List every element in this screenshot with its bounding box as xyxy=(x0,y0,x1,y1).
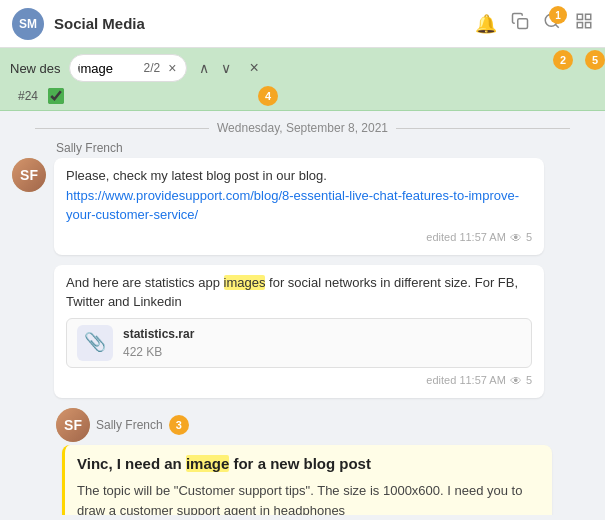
find-nav-buttons: ∧ ∨ xyxy=(195,58,235,78)
highlight-images: images xyxy=(224,275,266,290)
avatar-1: SF xyxy=(12,158,46,192)
bubble-1: Please, check my latest blog post in our… xyxy=(54,158,544,255)
sender-name-3: Sally French xyxy=(96,418,163,432)
msg-meta-2: edited 11:57 AM 👁 5 xyxy=(66,372,532,390)
find-input[interactable] xyxy=(78,61,138,76)
bubble-3-title: Vinc, I need an image for a new blog pos… xyxy=(77,453,540,476)
msg-meta-1: edited 11:57 AM 👁 5 xyxy=(66,229,532,247)
task-checkbox[interactable] xyxy=(48,88,64,104)
svg-rect-4 xyxy=(586,14,591,19)
messages-area: Wednesday, September 8, 2021 Sally Frenc… xyxy=(0,111,605,515)
layout-icon[interactable] xyxy=(575,12,593,35)
msg-text-before-1: Please, check my latest blog post in our… xyxy=(66,168,327,183)
new-label: New des xyxy=(10,61,61,76)
badge-2: 2 xyxy=(553,50,573,70)
badge-3: 3 xyxy=(169,415,189,435)
avatar-3: SF xyxy=(56,408,90,442)
sender-row-3: SF Sally French 3 xyxy=(56,408,593,442)
msg-text-before-2: And here are statistics app xyxy=(66,275,224,290)
svg-rect-3 xyxy=(577,14,582,19)
bubble-3: Vinc, I need an image for a new blog pos… xyxy=(62,445,552,516)
message-block-2: And here are statistics app images for s… xyxy=(12,265,593,398)
svg-line-2 xyxy=(555,24,558,27)
sender-name-1: Sally French xyxy=(56,141,593,155)
msg-row-2: And here are statistics app images for s… xyxy=(12,265,593,398)
search-badge: 1 xyxy=(549,6,567,24)
badge-5: 5 xyxy=(585,50,605,70)
copy-icon[interactable] xyxy=(511,12,529,35)
date-divider: Wednesday, September 8, 2021 xyxy=(12,111,593,141)
attachment-icon-1: 📎 xyxy=(77,325,113,361)
highlight-image-title: image xyxy=(186,455,229,472)
message-block-1: Sally French SF Please, check my latest … xyxy=(12,141,593,255)
find-count: 2/2 xyxy=(144,61,161,75)
bubble-3-body: The topic will be "Customer support tips… xyxy=(77,481,540,515)
find-prev-button[interactable]: ∧ xyxy=(195,58,213,78)
find-close-button[interactable]: × xyxy=(247,57,260,79)
svg-rect-5 xyxy=(577,23,582,28)
task-id: #24 xyxy=(18,89,38,103)
eye-icon-1: 👁 xyxy=(510,229,522,247)
avatar-img-1: SF xyxy=(12,158,46,192)
svg-rect-0 xyxy=(518,19,528,29)
find-clear-button[interactable]: × xyxy=(166,58,178,78)
search-icon[interactable]: 1 xyxy=(543,12,561,35)
msg-link-1[interactable]: https://www.providesupport.com/blog/8-es… xyxy=(66,188,519,223)
badge-4: 4 xyxy=(258,86,278,106)
avatar-img-3: SF xyxy=(56,408,90,442)
msg-row-1: SF Please, check my latest blog post in … xyxy=(12,158,593,255)
attachment-1: 📎 statistics.rar 422 KB xyxy=(66,318,532,368)
page-title: Social Media xyxy=(54,15,475,32)
msg-row-3: Vinc, I need an image for a new blog pos… xyxy=(12,445,593,516)
attachment-info-1: statistics.rar 422 KB xyxy=(123,325,194,361)
eye-icon-2: 👁 xyxy=(510,372,522,390)
svg-rect-6 xyxy=(586,23,591,28)
notification-icon[interactable]: 🔔 xyxy=(475,13,497,35)
message-block-3: SF Sally French 3 Vinc, I need an image … xyxy=(12,408,593,516)
bubble-2: And here are statistics app images for s… xyxy=(54,265,544,398)
find-next-button[interactable]: ∨ xyxy=(217,58,235,78)
header-icons: 🔔 1 xyxy=(475,12,593,35)
avatar: SM xyxy=(12,8,44,40)
header: SM Social Media 🔔 1 xyxy=(0,0,605,48)
